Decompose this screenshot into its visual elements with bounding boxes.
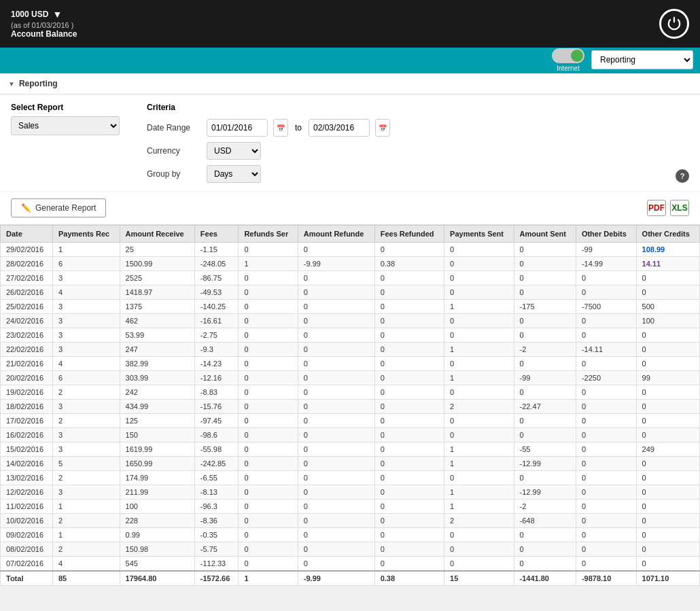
table-row: 22/02/20163247-9.30001-2-14.110 <box>1 343 700 357</box>
table-row: 17/02/20162125-97.450000000 <box>1 414 700 428</box>
table-row: 23/02/2016353.99-2.750000000 <box>1 328 700 343</box>
table-row: 09/02/201610.99-0.350000000 <box>1 528 700 542</box>
date-range-row: Date Range 📅 to 📅 <box>147 119 648 137</box>
calendar-from-button[interactable]: 📅 <box>273 119 288 137</box>
table-row: 11/02/20161100-96.30001-200 <box>1 500 700 514</box>
col-header-date: Date <box>1 226 53 243</box>
app-header: 1000 USD ▼ (as of 01/03/2016 ) Account B… <box>0 0 700 48</box>
collapse-icon[interactable]: ▼ <box>8 80 15 88</box>
navbar: Internet Reporting Dashboard <box>0 48 700 72</box>
internet-label: Internet <box>557 65 580 72</box>
section-header: ▼ Reporting <box>0 72 700 94</box>
currency-label: Currency <box>147 146 201 156</box>
col-header-other-credits: Other Credits <box>636 226 699 243</box>
internet-toggle[interactable] <box>552 48 584 63</box>
table-row: 16/02/20163150-98.60000000 <box>1 428 700 442</box>
internet-toggle-wrapper: Internet <box>552 48 584 72</box>
table-row: 19/02/20162242-8.830000000 <box>1 385 700 400</box>
dropdown-icon[interactable]: ▼ <box>52 9 62 20</box>
col-header-payments-sent: Payments Sent <box>444 226 514 243</box>
group-by-row: Group by Days Weeks Months <box>147 165 648 183</box>
section-title: Reporting <box>19 79 58 88</box>
select-report-section: Select Report Sales <box>11 103 120 183</box>
currency-row: Currency USD <box>147 142 648 160</box>
criteria-title: Criteria <box>147 103 648 112</box>
col-header-refunds-ser: Refunds Ser <box>239 226 298 243</box>
table-row: 25/02/201631375-140.250001-175-7500500 <box>1 300 700 314</box>
criteria-panel: Select Report Sales Criteria Date Range … <box>0 94 700 192</box>
col-header-amount-receive: Amount Receive <box>120 226 194 243</box>
currency-select[interactable]: USD <box>207 142 261 160</box>
as-of-date: (as of 01/03/2016 ) <box>11 21 77 29</box>
header-right <box>659 9 689 39</box>
table-row: 14/02/201651650.99-242.850001-12.9900 <box>1 457 700 471</box>
header-left: 1000 USD ▼ (as of 01/03/2016 ) Account B… <box>11 9 77 39</box>
account-amount[interactable]: 1000 USD ▼ <box>11 9 77 20</box>
col-header-amount-refunde: Amount Refunde <box>298 226 374 243</box>
xls-export-button[interactable]: XLS <box>670 200 689 216</box>
table-row: 08/02/20162150.98-5.750000000 <box>1 542 700 557</box>
reporting-dropdown[interactable]: Reporting Dashboard <box>591 50 693 69</box>
xls-icon: XLS <box>671 203 687 213</box>
report-table-wrapper: DatePayments RecAmount ReceiveFeesRefund… <box>0 225 700 586</box>
table-row: 10/02/20162228-8.360002-64800 <box>1 514 700 528</box>
report-type-select[interactable]: Sales <box>11 116 120 135</box>
col-header-fees: Fees <box>194 226 239 243</box>
table-footer-row: Total8517964.80-1572.661-9.990.3815-1441… <box>1 571 700 586</box>
table-row: 18/02/20163434.99-15.760002-22.4700 <box>1 400 700 414</box>
table-header-row: DatePayments RecAmount ReceiveFeesRefund… <box>1 226 700 243</box>
to-label: to <box>295 123 302 133</box>
table-row: 20/02/20166303.99-12.160001-99-225099 <box>1 371 700 385</box>
date-to-input[interactable] <box>309 119 370 137</box>
calendar-to-button[interactable]: 📅 <box>375 119 390 137</box>
table-row: 29/02/2016125-1.1500000-99108.99 <box>1 243 700 257</box>
toolbar: ✏️ Generate Report PDF XLS <box>0 192 700 225</box>
toggle-knob <box>571 50 583 62</box>
account-balance-label: Account Balance <box>11 29 77 39</box>
col-header-amount-sent: Amount Sent <box>514 226 576 243</box>
table-row: 27/02/201632525-86.750000000 <box>1 271 700 285</box>
group-by-label: Group by <box>147 169 201 179</box>
table-row: 12/02/20163211.99-8.130001-12.9900 <box>1 485 700 500</box>
table-row: 15/02/201631619.99-55.980001-550249 <box>1 442 700 457</box>
amount-label: 1000 USD <box>11 10 48 19</box>
table-row: 21/02/20164382.99-14.230000000 <box>1 357 700 371</box>
main-content: ▼ Reporting Select Report Sales Criteria… <box>0 72 700 586</box>
col-header-fees-refunded: Fees Refunded <box>374 226 444 243</box>
date-from-input[interactable] <box>207 119 268 137</box>
table-row: 28/02/201661500.99-248.051-9.990.3800-14… <box>1 257 700 271</box>
table-row: 24/02/20163462-16.61000000100 <box>1 314 700 328</box>
col-header-other-debits: Other Debits <box>576 226 636 243</box>
pencil-icon: ✏️ <box>21 203 31 213</box>
generate-report-button[interactable]: ✏️ Generate Report <box>11 198 106 217</box>
date-range-label: Date Range <box>147 123 201 133</box>
power-button[interactable] <box>659 9 689 39</box>
group-by-select[interactable]: Days Weeks Months <box>207 165 261 183</box>
generate-report-label: Generate Report <box>35 203 96 213</box>
pdf-export-button[interactable]: PDF <box>647 200 666 216</box>
table-row: 13/02/20162174.99-6.550000000 <box>1 471 700 485</box>
col-header-payments-rec: Payments Rec <box>53 226 120 243</box>
report-table: DatePayments RecAmount ReceiveFeesRefund… <box>0 225 700 586</box>
help-icon[interactable]: ? <box>676 169 689 183</box>
criteria-fields: Criteria Date Range 📅 to 📅 Currency USD … <box>147 103 648 183</box>
select-report-label: Select Report <box>11 103 120 112</box>
table-row: 07/02/20164545-112.330000000 <box>1 557 700 572</box>
export-buttons: PDF XLS <box>647 200 689 216</box>
table-row: 26/02/201641418.97-49.530000000 <box>1 285 700 300</box>
pdf-icon: PDF <box>648 203 665 213</box>
table-body: 29/02/2016125-1.1500000-99108.9928/02/20… <box>1 243 700 572</box>
